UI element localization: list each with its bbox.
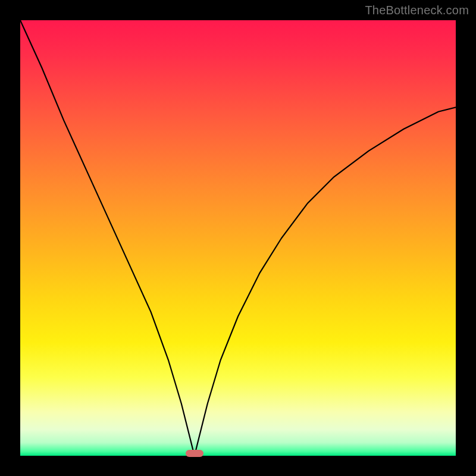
watermark-text: TheBottleneck.com [365,4,469,17]
minimum-marker [186,450,203,457]
bottleneck-curve [20,20,456,456]
chart-container: TheBottleneck.com [0,0,476,476]
plot-area [20,20,456,456]
